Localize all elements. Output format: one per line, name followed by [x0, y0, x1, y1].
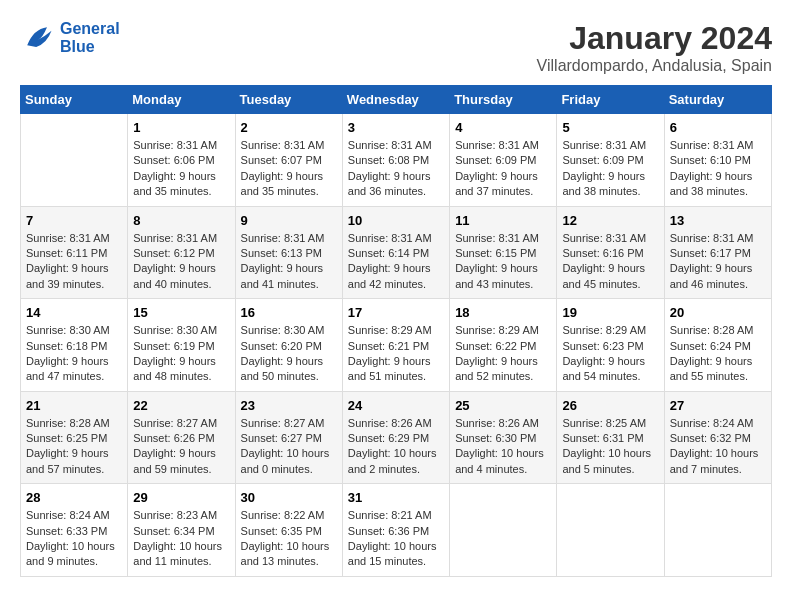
calendar-cell: 1 Sunrise: 8:31 AMSunset: 6:06 PMDayligh… — [128, 114, 235, 207]
calendar-cell: 8 Sunrise: 8:31 AMSunset: 6:12 PMDayligh… — [128, 206, 235, 299]
day-info: Sunrise: 8:29 AMSunset: 6:23 PMDaylight:… — [562, 323, 658, 385]
day-info: Sunrise: 8:21 AMSunset: 6:36 PMDaylight:… — [348, 508, 444, 570]
calendar-cell: 9 Sunrise: 8:31 AMSunset: 6:13 PMDayligh… — [235, 206, 342, 299]
day-info: Sunrise: 8:29 AMSunset: 6:21 PMDaylight:… — [348, 323, 444, 385]
day-info: Sunrise: 8:31 AMSunset: 6:14 PMDaylight:… — [348, 231, 444, 293]
weekday-header: Wednesday — [342, 86, 449, 114]
day-info: Sunrise: 8:30 AMSunset: 6:19 PMDaylight:… — [133, 323, 229, 385]
calendar-cell — [21, 114, 128, 207]
day-number: 3 — [348, 120, 444, 135]
day-number: 28 — [26, 490, 122, 505]
day-info: Sunrise: 8:29 AMSunset: 6:22 PMDaylight:… — [455, 323, 551, 385]
day-info: Sunrise: 8:30 AMSunset: 6:20 PMDaylight:… — [241, 323, 337, 385]
day-info: Sunrise: 8:31 AMSunset: 6:10 PMDaylight:… — [670, 138, 766, 200]
calendar-cell: 15 Sunrise: 8:30 AMSunset: 6:19 PMDaylig… — [128, 299, 235, 392]
calendar-cell: 3 Sunrise: 8:31 AMSunset: 6:08 PMDayligh… — [342, 114, 449, 207]
calendar-week-row: 7 Sunrise: 8:31 AMSunset: 6:11 PMDayligh… — [21, 206, 772, 299]
calendar-cell: 4 Sunrise: 8:31 AMSunset: 6:09 PMDayligh… — [450, 114, 557, 207]
day-info: Sunrise: 8:31 AMSunset: 6:09 PMDaylight:… — [455, 138, 551, 200]
calendar-cell: 27 Sunrise: 8:24 AMSunset: 6:32 PMDaylig… — [664, 391, 771, 484]
day-info: Sunrise: 8:28 AMSunset: 6:24 PMDaylight:… — [670, 323, 766, 385]
day-number: 6 — [670, 120, 766, 135]
weekday-header: Saturday — [664, 86, 771, 114]
day-number: 20 — [670, 305, 766, 320]
day-info: Sunrise: 8:31 AMSunset: 6:08 PMDaylight:… — [348, 138, 444, 200]
logo-icon — [20, 20, 56, 56]
day-info: Sunrise: 8:31 AMSunset: 6:15 PMDaylight:… — [455, 231, 551, 293]
day-number: 1 — [133, 120, 229, 135]
calendar-cell: 11 Sunrise: 8:31 AMSunset: 6:15 PMDaylig… — [450, 206, 557, 299]
page-header: General Blue January 2024 Villardompardo… — [20, 20, 772, 75]
day-number: 29 — [133, 490, 229, 505]
day-number: 24 — [348, 398, 444, 413]
day-info: Sunrise: 8:28 AMSunset: 6:25 PMDaylight:… — [26, 416, 122, 478]
day-number: 16 — [241, 305, 337, 320]
day-number: 5 — [562, 120, 658, 135]
day-info: Sunrise: 8:31 AMSunset: 6:12 PMDaylight:… — [133, 231, 229, 293]
calendar-cell: 12 Sunrise: 8:31 AMSunset: 6:16 PMDaylig… — [557, 206, 664, 299]
weekday-header: Tuesday — [235, 86, 342, 114]
calendar-cell — [450, 484, 557, 577]
weekday-header: Sunday — [21, 86, 128, 114]
calendar-table: SundayMondayTuesdayWednesdayThursdayFrid… — [20, 85, 772, 577]
calendar-week-row: 21 Sunrise: 8:28 AMSunset: 6:25 PMDaylig… — [21, 391, 772, 484]
day-number: 13 — [670, 213, 766, 228]
day-info: Sunrise: 8:27 AMSunset: 6:26 PMDaylight:… — [133, 416, 229, 478]
day-info: Sunrise: 8:27 AMSunset: 6:27 PMDaylight:… — [241, 416, 337, 478]
calendar-cell: 21 Sunrise: 8:28 AMSunset: 6:25 PMDaylig… — [21, 391, 128, 484]
day-info: Sunrise: 8:23 AMSunset: 6:34 PMDaylight:… — [133, 508, 229, 570]
calendar-cell: 10 Sunrise: 8:31 AMSunset: 6:14 PMDaylig… — [342, 206, 449, 299]
day-number: 2 — [241, 120, 337, 135]
day-info: Sunrise: 8:26 AMSunset: 6:30 PMDaylight:… — [455, 416, 551, 478]
day-number: 23 — [241, 398, 337, 413]
logo: General Blue — [20, 20, 120, 56]
day-number: 31 — [348, 490, 444, 505]
day-info: Sunrise: 8:31 AMSunset: 6:06 PMDaylight:… — [133, 138, 229, 200]
calendar-cell: 18 Sunrise: 8:29 AMSunset: 6:22 PMDaylig… — [450, 299, 557, 392]
day-number: 9 — [241, 213, 337, 228]
calendar-cell — [557, 484, 664, 577]
weekday-header: Friday — [557, 86, 664, 114]
day-info: Sunrise: 8:24 AMSunset: 6:32 PMDaylight:… — [670, 416, 766, 478]
day-info: Sunrise: 8:26 AMSunset: 6:29 PMDaylight:… — [348, 416, 444, 478]
day-number: 7 — [26, 213, 122, 228]
day-info: Sunrise: 8:31 AMSunset: 6:07 PMDaylight:… — [241, 138, 337, 200]
day-number: 22 — [133, 398, 229, 413]
day-number: 10 — [348, 213, 444, 228]
day-info: Sunrise: 8:24 AMSunset: 6:33 PMDaylight:… — [26, 508, 122, 570]
calendar-cell: 25 Sunrise: 8:26 AMSunset: 6:30 PMDaylig… — [450, 391, 557, 484]
day-number: 25 — [455, 398, 551, 413]
calendar-cell: 19 Sunrise: 8:29 AMSunset: 6:23 PMDaylig… — [557, 299, 664, 392]
month-title: January 2024 — [537, 20, 772, 57]
calendar-week-row: 1 Sunrise: 8:31 AMSunset: 6:06 PMDayligh… — [21, 114, 772, 207]
calendar-cell: 20 Sunrise: 8:28 AMSunset: 6:24 PMDaylig… — [664, 299, 771, 392]
day-info: Sunrise: 8:25 AMSunset: 6:31 PMDaylight:… — [562, 416, 658, 478]
day-number: 18 — [455, 305, 551, 320]
day-number: 19 — [562, 305, 658, 320]
calendar-cell: 5 Sunrise: 8:31 AMSunset: 6:09 PMDayligh… — [557, 114, 664, 207]
calendar-cell: 7 Sunrise: 8:31 AMSunset: 6:11 PMDayligh… — [21, 206, 128, 299]
weekday-header: Thursday — [450, 86, 557, 114]
day-info: Sunrise: 8:30 AMSunset: 6:18 PMDaylight:… — [26, 323, 122, 385]
location-title: Villardompardo, Andalusia, Spain — [537, 57, 772, 75]
day-info: Sunrise: 8:22 AMSunset: 6:35 PMDaylight:… — [241, 508, 337, 570]
calendar-cell: 16 Sunrise: 8:30 AMSunset: 6:20 PMDaylig… — [235, 299, 342, 392]
calendar-cell — [664, 484, 771, 577]
logo-text: General Blue — [60, 20, 120, 56]
day-number: 15 — [133, 305, 229, 320]
calendar-cell: 26 Sunrise: 8:25 AMSunset: 6:31 PMDaylig… — [557, 391, 664, 484]
calendar-cell: 13 Sunrise: 8:31 AMSunset: 6:17 PMDaylig… — [664, 206, 771, 299]
calendar-week-row: 28 Sunrise: 8:24 AMSunset: 6:33 PMDaylig… — [21, 484, 772, 577]
day-number: 30 — [241, 490, 337, 505]
day-info: Sunrise: 8:31 AMSunset: 6:13 PMDaylight:… — [241, 231, 337, 293]
day-info: Sunrise: 8:31 AMSunset: 6:16 PMDaylight:… — [562, 231, 658, 293]
day-info: Sunrise: 8:31 AMSunset: 6:09 PMDaylight:… — [562, 138, 658, 200]
calendar-cell: 28 Sunrise: 8:24 AMSunset: 6:33 PMDaylig… — [21, 484, 128, 577]
calendar-cell: 14 Sunrise: 8:30 AMSunset: 6:18 PMDaylig… — [21, 299, 128, 392]
weekday-header: Monday — [128, 86, 235, 114]
calendar-cell: 24 Sunrise: 8:26 AMSunset: 6:29 PMDaylig… — [342, 391, 449, 484]
day-info: Sunrise: 8:31 AMSunset: 6:11 PMDaylight:… — [26, 231, 122, 293]
calendar-week-row: 14 Sunrise: 8:30 AMSunset: 6:18 PMDaylig… — [21, 299, 772, 392]
day-number: 27 — [670, 398, 766, 413]
day-number: 12 — [562, 213, 658, 228]
